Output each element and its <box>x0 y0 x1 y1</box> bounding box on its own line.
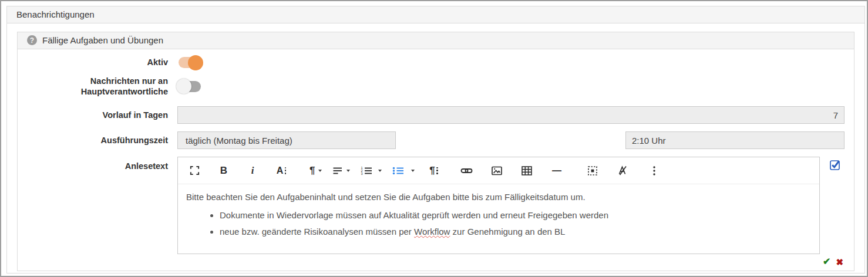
ordered-list-button[interactable]: 123 <box>358 162 384 180</box>
row-main-responsible-only: Nachrichten nur an Hauptverantwortliche <box>27 76 845 97</box>
ordered-list-icon: 123 <box>361 165 372 176</box>
unordered-list-button[interactable] <box>390 162 417 180</box>
help-icon[interactable]: ? <box>27 35 37 45</box>
editor-paragraph: Bitte beachten Sie den Aufgabeninhalt un… <box>186 192 811 202</box>
editor-wrap: B i A ¶ <box>177 157 845 254</box>
due-tasks-section: ? Fällige Aufgaben und Übungen Aktiv <box>17 32 854 271</box>
editor-content-area[interactable]: Bitte beachten Sie den Aufgabeninhalt un… <box>178 184 819 254</box>
link-icon <box>460 165 473 177</box>
image-button[interactable] <box>489 162 505 180</box>
paragraph-style-button[interactable]: ¶ <box>426 162 441 180</box>
dropdown-caret-icon <box>346 170 350 172</box>
lead-days-label: Vorlauf in Tagen <box>27 110 168 120</box>
active-label: Aktiv <box>27 57 168 67</box>
execution-time-label: Ausführungszeit <box>27 135 168 146</box>
paragraph-icon: ¶ <box>429 165 435 177</box>
editor-side-column <box>820 157 845 170</box>
confirm-icon[interactable]: ✔ <box>823 257 830 266</box>
special-block-button[interactable] <box>584 162 601 180</box>
bold-icon: B <box>220 165 227 177</box>
row-intro-text: Anlesetext B <box>27 157 845 254</box>
remove-format-button[interactable] <box>614 162 631 180</box>
link-button[interactable] <box>458 162 475 180</box>
remove-format-icon <box>617 165 628 177</box>
editor-toolbar: B i A ¶ <box>178 157 819 184</box>
horizontal-rule-button[interactable]: — <box>549 162 564 180</box>
section-body: Aktiv Nachrichten nur an Hauptverantwort… <box>18 49 854 271</box>
row-execution-time: Ausführungszeit täglich (Montag bis Frei… <box>27 131 845 149</box>
main-responsible-only-label: Nachrichten nur an Hauptverantwortliche <box>27 76 168 97</box>
more-options-icon <box>652 165 657 177</box>
editor-actions: ✔ ✖ <box>27 255 845 267</box>
lead-days-input[interactable] <box>177 106 845 124</box>
paragraph-format-button[interactable]: ¶ <box>307 162 324 180</box>
paragraph-icon: ¶ <box>309 165 315 177</box>
table-button[interactable] <box>519 162 535 180</box>
active-toggle[interactable] <box>179 57 201 68</box>
execution-time-input[interactable] <box>625 131 845 149</box>
italic-button[interactable]: i <box>245 162 260 180</box>
dropdown-caret-icon <box>318 170 322 172</box>
main-responsible-only-toggle[interactable] <box>179 81 201 92</box>
editor-bullet-list: Dokumente in Wiedervorlage müssen auf Ak… <box>186 210 811 237</box>
dots-icon <box>285 167 287 174</box>
font-color-icon: A <box>277 165 284 176</box>
rich-text-editor: B i A ¶ <box>177 157 820 254</box>
image-icon <box>491 165 503 177</box>
fullscreen-button[interactable] <box>187 162 203 180</box>
table-icon <box>521 165 533 177</box>
align-button[interactable] <box>330 162 352 180</box>
italic-icon: i <box>251 165 254 177</box>
bold-button[interactable]: B <box>216 162 231 180</box>
spellchecked-word: Workflow <box>414 227 450 237</box>
dots-icon <box>436 167 438 174</box>
notifications-panel-body: ? Fällige Aufgaben und Übungen Aktiv <box>7 23 864 276</box>
editor-bullet-item: Dokumente in Wiedervorlage müssen auf Ak… <box>220 210 811 220</box>
row-lead-days: Vorlauf in Tagen <box>27 106 845 124</box>
svg-text:3: 3 <box>361 172 363 175</box>
toggle-knob <box>188 55 203 70</box>
font-color-button[interactable]: A <box>274 162 289 180</box>
fullscreen-icon <box>189 165 200 176</box>
page-title: Benachrichtigungen <box>7 6 864 23</box>
unordered-list-icon <box>392 165 404 176</box>
section-title: Fällige Aufgaben und Übungen <box>42 35 163 45</box>
special-block-icon <box>587 165 598 177</box>
row-active: Aktiv <box>27 57 845 68</box>
toggle-knob <box>176 79 191 94</box>
intro-text-label: Anlesetext <box>27 157 168 171</box>
dropdown-caret-icon <box>378 170 382 172</box>
horizontal-rule-icon: — <box>552 165 561 176</box>
editor-bullet-item: neue bzw. geänderte Risikoanalysen müsse… <box>220 227 811 237</box>
notifications-panel: Benachrichtigungen ? Fällige Aufgaben un… <box>6 6 865 273</box>
align-left-icon <box>332 165 343 176</box>
html-mode-checkbox[interactable] <box>830 160 840 170</box>
cancel-icon[interactable]: ✖ <box>836 258 843 266</box>
section-header: ? Fällige Aufgaben und Übungen <box>18 32 854 49</box>
more-options-button[interactable] <box>647 162 662 180</box>
dropdown-caret-icon <box>411 170 415 172</box>
execution-schedule-select[interactable]: täglich (Montag bis Freitag) <box>177 131 396 149</box>
